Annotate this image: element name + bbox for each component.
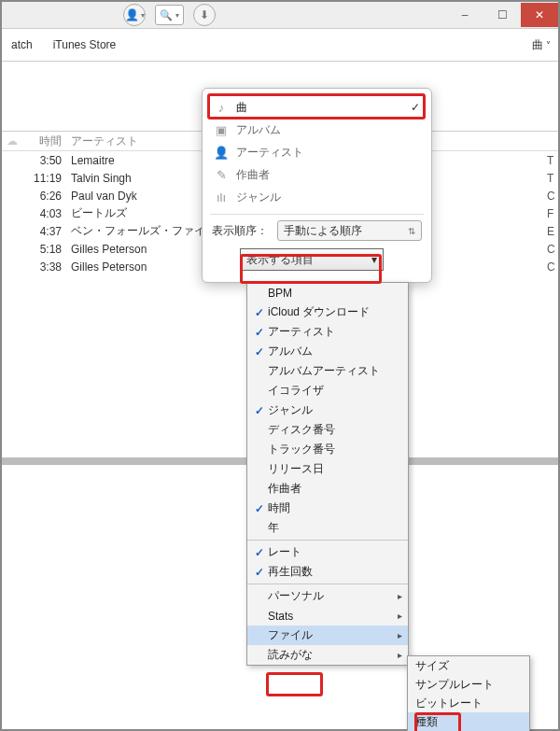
caret-down-icon: ▾: [141, 11, 145, 20]
view-category-アーティスト[interactable]: 👤アーティスト: [210, 141, 424, 163]
option-label: パーソナル: [268, 588, 398, 604]
column-option-ファイル[interactable]: ファイル▸: [247, 626, 408, 645]
account-button[interactable]: 👤 ▾: [123, 4, 146, 26]
category-label: 曲: [236, 100, 403, 116]
tab-match[interactable]: atch: [9, 33, 35, 57]
column-option-トラック番号[interactable]: トラック番号: [247, 440, 408, 459]
column-option-ディスク番号[interactable]: ディスク番号: [247, 420, 408, 440]
column-option-年[interactable]: 年: [247, 518, 408, 538]
columns-select-label: 表示する項目: [246, 252, 314, 268]
highlight-box: [266, 672, 323, 696]
check-icon: ✓: [251, 404, 268, 417]
search-icon: 🔍: [160, 9, 173, 21]
option-label: アーティスト: [268, 324, 402, 340]
maximize-button[interactable]: ☐: [483, 3, 521, 27]
download-button[interactable]: ⬇: [193, 4, 216, 26]
category-icon: ılı: [214, 190, 229, 204]
submenu-item-サイズ[interactable]: サイズ: [408, 656, 529, 675]
track-extra: F: [547, 207, 558, 220]
column-time[interactable]: 時間: [22, 134, 67, 149]
category-icon: ✎: [214, 168, 229, 182]
minimize-button[interactable]: –: [446, 3, 483, 27]
track-time: 4:03: [22, 207, 67, 220]
option-label: トラック番号: [268, 442, 402, 457]
check-icon: ✓: [251, 345, 268, 358]
view-category-ジャンル[interactable]: ılıジャンル: [210, 186, 424, 208]
download-icon: ⬇: [200, 8, 209, 21]
option-label: アルバム: [268, 344, 402, 359]
check-icon: ✓: [251, 502, 268, 515]
option-label: 読みがな: [268, 647, 398, 663]
column-option-時間[interactable]: ✓時間: [247, 499, 408, 518]
column-option-アーティスト[interactable]: ✓アーティスト: [247, 322, 408, 342]
column-option-Stats[interactable]: Stats▸: [247, 606, 408, 626]
column-option-イコライザ[interactable]: イコライザ: [247, 381, 408, 401]
column-option-アルバム[interactable]: ✓アルバム: [247, 342, 408, 361]
submenu-arrow-icon: ▸: [398, 630, 402, 640]
updown-icon: ⇅: [408, 226, 415, 236]
option-label: ジャンル: [268, 402, 402, 418]
caret-down-icon: ▾: [371, 253, 377, 266]
sort-order-value: 手動による順序: [284, 223, 362, 239]
column-option-BPM[interactable]: BPM: [247, 283, 408, 302]
search-input[interactable]: 🔍 ▾: [155, 5, 184, 25]
view-label: 曲: [532, 37, 543, 53]
view-category-作曲者[interactable]: ✎作曲者: [210, 163, 424, 186]
column-option-リリース日[interactable]: リリース日: [247, 459, 408, 479]
submenu-item-種類[interactable]: 種類: [408, 712, 529, 731]
user-icon: 👤: [125, 8, 139, 21]
caret-down-icon: ˅: [546, 40, 551, 50]
sort-order-label: 表示順序：: [212, 223, 268, 239]
tab-itunes-store[interactable]: iTunes Store: [51, 33, 119, 57]
check-icon: ✓: [251, 546, 268, 559]
track-extra: C: [547, 260, 558, 274]
columns-menu[interactable]: BPM✓iCloud ダウンロード✓アーティスト✓アルバムアルバムアーティストイ…: [246, 282, 409, 666]
column-option-作曲者[interactable]: 作曲者: [247, 479, 408, 499]
sort-order-select[interactable]: 手動による順序 ⇅: [277, 220, 422, 241]
track-time: 4:37: [22, 225, 67, 238]
submenu-item-ビットレート[interactable]: ビットレート: [408, 694, 529, 712]
column-option-読みがな[interactable]: 読みがな▸: [247, 645, 408, 665]
track-time: 5:18: [22, 243, 67, 256]
track-extra: C: [547, 243, 558, 256]
close-button[interactable]: ✕: [521, 3, 558, 27]
file-submenu[interactable]: サイズサンプルレートビットレート種類: [407, 655, 530, 731]
option-label: 作曲者: [268, 481, 402, 497]
option-label: BPM: [268, 287, 402, 300]
column-option-再生回数[interactable]: ✓再生回数: [247, 562, 408, 582]
toolbar: atch iTunes Store 曲 ˅: [2, 29, 558, 62]
view-category-曲[interactable]: ♪曲✓: [210, 96, 424, 119]
view-options-popup: ♪曲✓▣アルバム👤アーティスト✎作曲者ılıジャンル 表示順序： 手動による順序…: [202, 88, 432, 283]
option-label: イコライザ: [268, 383, 402, 399]
option-label: 時間: [268, 500, 402, 516]
column-option-パーソナル[interactable]: パーソナル▸: [247, 586, 408, 606]
option-label: ディスク番号: [268, 422, 402, 438]
columns-select[interactable]: 表示する項目 ▾: [240, 248, 384, 271]
category-icon: ▣: [214, 123, 229, 137]
option-label: レート: [268, 544, 402, 560]
track-time: 3:38: [22, 260, 67, 274]
track-extra: C: [547, 190, 558, 203]
titlebar: 👤 ▾ 🔍 ▾ ⬇ – ☐ ✕: [2, 2, 558, 29]
cloud-icon: ☁: [7, 134, 18, 148]
check-icon: ✓: [251, 306, 268, 319]
submenu-item-サンプルレート[interactable]: サンプルレート: [408, 675, 529, 694]
column-option-アルバムアーティスト[interactable]: アルバムアーティスト: [247, 361, 408, 381]
option-label: リリース日: [268, 461, 402, 477]
track-time: 6:26: [22, 190, 67, 203]
column-option-レート[interactable]: ✓レート: [247, 542, 408, 562]
view-category-アルバム[interactable]: ▣アルバム: [210, 119, 424, 141]
track-extra: E: [547, 225, 558, 238]
submenu-arrow-icon: ▸: [398, 650, 402, 660]
category-label: アーティスト: [236, 145, 420, 161]
category-icon: ♪: [214, 101, 229, 115]
view-selector[interactable]: 曲 ˅: [532, 37, 551, 53]
caret-down-icon: ▾: [175, 11, 179, 20]
option-label: 再生回数: [268, 564, 402, 580]
column-option-iCloud ダウンロード[interactable]: ✓iCloud ダウンロード: [247, 302, 408, 322]
option-label: アルバムアーティスト: [268, 363, 402, 379]
track-time: 11:19: [22, 172, 67, 185]
option-label: ファイル: [268, 627, 398, 643]
column-option-ジャンル[interactable]: ✓ジャンル: [247, 401, 408, 420]
check-icon: ✓: [251, 566, 268, 579]
